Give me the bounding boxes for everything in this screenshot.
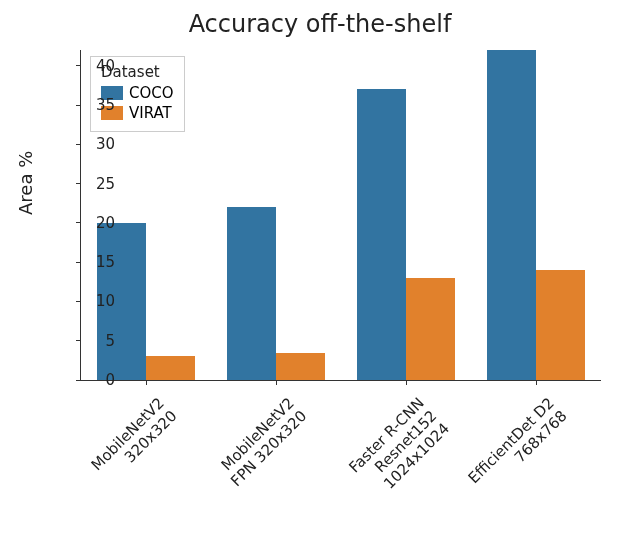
ytick-label: 35	[75, 96, 115, 114]
xtick-label-3: EfficientDet D2768x768	[439, 394, 571, 526]
bar-virat-2	[406, 278, 455, 380]
bar-coco-1	[227, 207, 276, 380]
legend-label-virat: VIRAT	[129, 104, 172, 122]
xtick-label-2: Faster R-CNNResnet1521024x1024	[309, 394, 453, 538]
legend-label-coco: COCO	[129, 84, 174, 102]
ytick-label: 15	[75, 253, 115, 271]
bar-virat-1	[276, 353, 325, 381]
ytick-label: 30	[75, 135, 115, 153]
y-axis-label: Area %	[15, 151, 36, 215]
bar-coco-3	[487, 50, 536, 380]
xtick-mark	[146, 380, 147, 385]
bar-virat-0	[146, 356, 195, 380]
xtick-label-1: MobileNetV2FPN 320x320	[179, 394, 311, 526]
ytick-label: 25	[75, 175, 115, 193]
bar-coco-2	[357, 89, 406, 380]
ytick-label: 20	[75, 214, 115, 232]
ytick-label: 0	[75, 371, 115, 389]
bar-chart: Accuracy off-the-shelf Area % Dataset CO…	[0, 0, 640, 560]
xtick-label-0: MobileNetV2320x320	[49, 394, 181, 526]
xtick-mark	[406, 380, 407, 385]
bar-virat-3	[536, 270, 585, 380]
ytick-label: 5	[75, 332, 115, 350]
ytick-label: 40	[75, 57, 115, 75]
chart-title: Accuracy off-the-shelf	[0, 10, 640, 38]
xtick-mark	[276, 380, 277, 385]
ytick-label: 10	[75, 292, 115, 310]
xtick-mark	[536, 380, 537, 385]
